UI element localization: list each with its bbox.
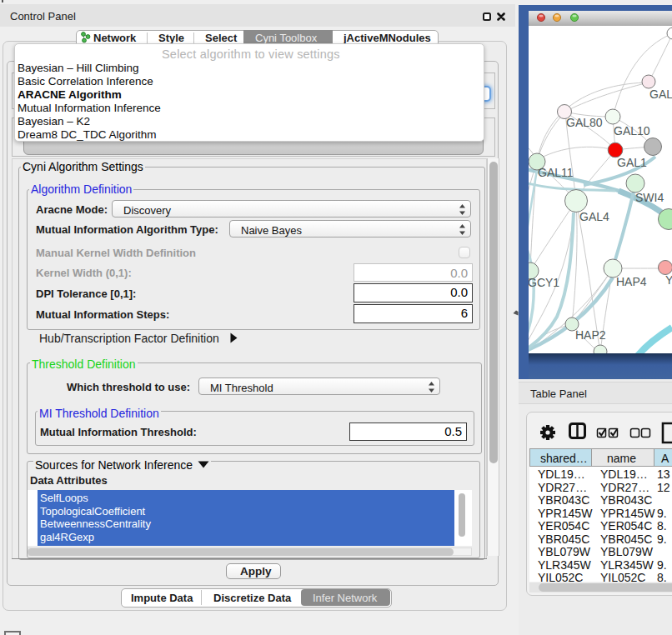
svg-text:HAP4: HAP4 (616, 275, 647, 288)
svg-text:GAL4: GAL4 (579, 210, 609, 223)
svg-text:GAL7: GAL7 (649, 88, 672, 101)
svg-text:GCY1: GCY1 (528, 276, 559, 289)
svg-text:YB: YB (665, 273, 672, 287)
svg-text:GAL1: GAL1 (617, 156, 647, 169)
svg-text:SWI4: SWI4 (635, 191, 664, 204)
svg-text:HAP2: HAP2 (575, 328, 606, 342)
svg-text:GAL11: GAL11 (538, 166, 574, 179)
svg-text:GAL80: GAL80 (566, 116, 603, 129)
svg-text:GAL10: GAL10 (614, 124, 650, 138)
